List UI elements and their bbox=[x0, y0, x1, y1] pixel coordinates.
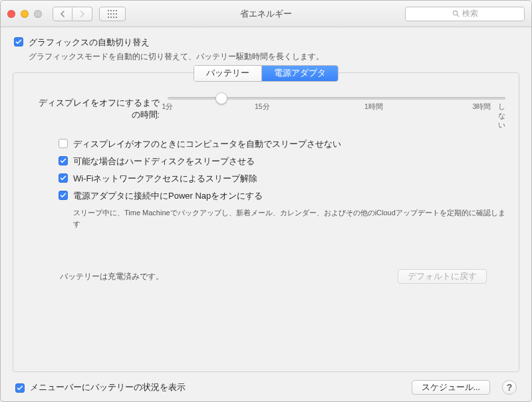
graphics-auto-switch-desc: グラフィックスモードを自動的に切り替えて、バッテリー駆動時間を長くします。 bbox=[29, 52, 324, 62]
traffic-lights bbox=[7, 10, 42, 18]
search-field[interactable]: 検索 bbox=[405, 7, 525, 21]
svg-rect-7 bbox=[116, 13, 117, 15]
option-checkbox-1[interactable] bbox=[59, 156, 68, 165]
svg-rect-6 bbox=[113, 13, 114, 15]
option-checkbox-2[interactable] bbox=[59, 173, 68, 183]
slider-tick: 3時間 bbox=[473, 102, 491, 112]
slider-tick: 1分 bbox=[162, 102, 174, 112]
show-menubar-battery-checkbox[interactable] bbox=[15, 383, 25, 393]
option-checkbox-0[interactable] bbox=[59, 139, 68, 148]
nav-back-forward bbox=[53, 7, 92, 21]
svg-rect-1 bbox=[110, 10, 112, 11]
battery-status: バッテリーは充電済みです。 bbox=[60, 272, 164, 282]
bottom-row: メニューバーにバッテリーの状況を表示 スケジュール... ? bbox=[13, 380, 519, 395]
option-label-1: 可能な場合はハードディスクをスリープさせる bbox=[73, 155, 255, 167]
search-placeholder: 検索 bbox=[462, 8, 478, 19]
option-row-1: 可能な場合はハードディスクをスリープさせる bbox=[59, 155, 505, 167]
option-label-3: 電源アダプタに接続中にPower Napをオンにする bbox=[73, 190, 263, 202]
tab-power-adapter[interactable]: 電源アダプタ bbox=[261, 66, 338, 81]
option-row-0: ディスプレイがオフのときにコンピュータを自動でスリープさせない bbox=[59, 138, 505, 150]
tab-battery[interactable]: バッテリー bbox=[194, 66, 261, 81]
option-row-3: 電源アダプタに接続中にPower Napをオンにする bbox=[59, 190, 505, 202]
titlebar: 省エネルギー 検索 bbox=[1, 1, 531, 27]
slider-ticks: 1分15分1時間3時間しない bbox=[168, 102, 505, 117]
content: グラフィックスの自動切り替え グラフィックスモードを自動的に切り替えて、バッテリ… bbox=[1, 27, 531, 401]
minimize-window-button[interactable] bbox=[21, 10, 29, 18]
svg-rect-8 bbox=[108, 17, 109, 18]
graphics-auto-switch-checkbox[interactable] bbox=[14, 37, 23, 47]
svg-rect-9 bbox=[110, 17, 112, 18]
graphics-auto-switch-row: グラフィックスの自動切り替え グラフィックスモードを自動的に切り替えて、バッテリ… bbox=[13, 37, 519, 62]
display-sleep-slider[interactable] bbox=[168, 97, 505, 100]
svg-rect-2 bbox=[113, 10, 114, 11]
svg-rect-4 bbox=[108, 13, 109, 15]
svg-rect-11 bbox=[116, 17, 117, 18]
svg-rect-10 bbox=[113, 17, 114, 18]
svg-point-12 bbox=[453, 11, 457, 15]
svg-rect-0 bbox=[108, 10, 109, 11]
panel-footer: バッテリーは充電済みです。 デフォルトに戻す bbox=[27, 269, 505, 286]
option-label-2: Wi-Fiネットワークアクセスによるスリープ解除 bbox=[73, 173, 257, 185]
svg-rect-3 bbox=[116, 10, 117, 11]
option-row-2: Wi-Fiネットワークアクセスによるスリープ解除 bbox=[59, 173, 505, 185]
help-button[interactable]: ? bbox=[502, 380, 517, 395]
back-button[interactable] bbox=[53, 7, 72, 21]
schedule-button[interactable]: スケジュール... bbox=[412, 380, 490, 395]
options-list: ディスプレイがオフのときにコンピュータを自動でスリープさせない可能な場合はハード… bbox=[59, 138, 505, 229]
power-source-tabs: バッテリー 電源アダプタ bbox=[194, 65, 338, 82]
slider-tick: 15分 bbox=[255, 102, 270, 112]
forward-button[interactable] bbox=[72, 7, 92, 21]
show-all-button[interactable] bbox=[99, 7, 126, 21]
slider-tick: 1時間 bbox=[364, 102, 383, 112]
search-icon bbox=[452, 10, 460, 17]
option-sub-3: スリープ中に、Time Machineでバックアップし、新着メール、カレンダー、… bbox=[73, 207, 505, 229]
slider-tick: しない bbox=[498, 102, 505, 130]
graphics-auto-switch-label: グラフィックスの自動切り替え bbox=[29, 37, 324, 49]
option-label-0: ディスプレイがオフのときにコンピュータを自動でスリープさせない bbox=[73, 138, 341, 150]
close-window-button[interactable] bbox=[7, 10, 15, 18]
option-checkbox-3[interactable] bbox=[59, 191, 68, 200]
show-menubar-battery-label: メニューバーにバッテリーの状況を表示 bbox=[30, 381, 186, 393]
settings-panel: バッテリー 電源アダプタ ディスプレイをオフにするまで の時間: 1分15分1時… bbox=[13, 72, 519, 372]
zoom-window-button[interactable] bbox=[34, 10, 42, 18]
restore-defaults-button[interactable]: デフォルトに戻す bbox=[398, 269, 487, 284]
prefs-window: 省エネルギー 検索 グラフィックスの自動切り替え グラフィックスモードを自動的に… bbox=[0, 0, 532, 402]
svg-rect-5 bbox=[110, 13, 112, 15]
display-sleep-row: ディスプレイをオフにするまで の時間: 1分15分1時間3時間しない bbox=[27, 97, 505, 121]
display-sleep-label: ディスプレイをオフにするまで の時間: bbox=[27, 97, 160, 121]
svg-line-13 bbox=[457, 15, 459, 17]
